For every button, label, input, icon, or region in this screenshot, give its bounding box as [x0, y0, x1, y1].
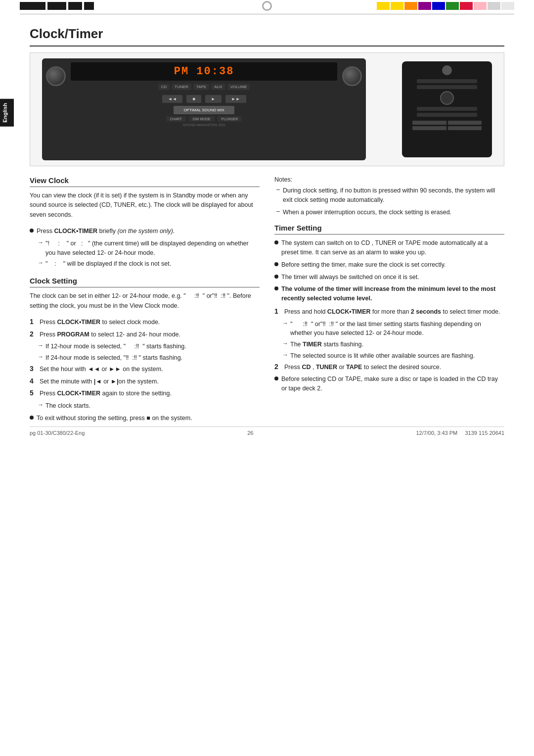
note-2: – When a power interruption occurs, the … [274, 208, 504, 217]
arrow-icon-t3: → [282, 351, 288, 358]
clock-step-3: 3 Set the hour with ◄◄ or ►► on the syst… [30, 365, 260, 374]
dev-btn-stop: ■ [186, 95, 201, 103]
footer-center: 26 [247, 430, 253, 436]
timer-bullet-2: Before setting the timer, make sure the … [274, 260, 504, 270]
tape-bold: TAPE [346, 364, 362, 371]
timer-bullet-3: The timer will always be switched on onc… [274, 273, 504, 282]
timer-setting-title: Timer Setting [274, 224, 504, 235]
dev-bottom-btn1: CHART [166, 116, 186, 122]
dev-btn-ff: ►► [225, 95, 246, 103]
color-swatch-pink [474, 2, 487, 10]
clock-step-4-text: Set the minute with |◄ or ►|on the syste… [40, 377, 260, 386]
clock-step-4: 4 Set the minute with |◄ or ►|on the sys… [30, 377, 260, 386]
timer-step-2: 2 Press CD , TUNER or TAPE to select the… [274, 363, 504, 372]
top-divider [20, 14, 514, 14]
cd-bold: CD [302, 364, 311, 371]
dev-bottom-btn3: PLUNGER [218, 116, 242, 122]
clock-step-5: 5 Press CLOCK•TIMER again to store the s… [30, 389, 260, 398]
color-swatch-red [460, 2, 473, 10]
notes-section: Notes: – During clock setting, if no but… [274, 176, 504, 217]
timer-bullet-3-text: The timer will always be switched on onc… [281, 273, 504, 282]
timer-arrow-1-text: " :‼ " or"‼ :‼ " or the last timer setti… [290, 320, 504, 338]
device-image: PM 10:38 CD TUNER TAPE AUX VOLUME ◄◄ ■ [30, 52, 504, 166]
timer-bold-bullet: The volume of the timer will increase fr… [274, 284, 504, 303]
clock-arrow-24-text: If 24-hour mode is selected, "‼ :‼ " sta… [45, 353, 260, 363]
step-num-4: 4 [30, 377, 37, 385]
timer-step-1: 1 Press and hold CLOCK•TIMER for more th… [274, 307, 504, 317]
rewind-bold: ◄◄ [88, 366, 100, 373]
program-bold: PROGRAM [57, 331, 89, 338]
view-clock-bullet-text: Press CLOCK•TIMER briefly (on the system… [37, 227, 260, 236]
exit-text: To exit without storing the setting, pre… [37, 414, 260, 423]
device-remote [402, 61, 492, 158]
device-simulation: PM 10:38 CD TUNER TAPE AUX VOLUME ◄◄ ■ [42, 58, 492, 160]
timer-last-bullet-text: Before selecting CD or TAPE, make sure a… [281, 375, 504, 393]
view-clock-section: View Clock You can view the clock (if it… [30, 176, 260, 269]
clock-timer-step1-bold: CLOCK•TIMER [57, 319, 100, 326]
timer-step-2-text: Press CD , TUNER or TAPE to select the d… [284, 363, 504, 372]
remote-small-btn-3 [412, 126, 446, 130]
stop-bold: ■ [146, 415, 150, 422]
remote-small-btn-1 [412, 121, 446, 125]
dev-btn-rewind: ◄◄ [162, 95, 183, 103]
view-clock-body: You can view the clock (if it is set) if… [30, 191, 260, 220]
dev-nav-label: SOUND NAVIGATION JOG [46, 123, 362, 127]
timer-arrow-2-text: The TIMER starts flashing. [290, 340, 504, 349]
device-display: PM 10:38 [71, 62, 337, 81]
view-clock-bullet1: Press CLOCK•TIMER briefly (on the system… [30, 227, 260, 236]
device-knob-right [342, 66, 362, 86]
note-dash-2: – [276, 208, 280, 215]
view-clock-arrow1-text: "! : " or : " (the current time) will be… [45, 239, 260, 258]
timer-step-num-2: 2 [274, 363, 281, 371]
clock-arrow-12-text: If 12-hour mode is selected, " :‼ " star… [45, 342, 260, 351]
arrow-icon-5: → [38, 401, 44, 408]
color-swatch-blue [432, 2, 445, 10]
ff-bold: ►► [109, 366, 121, 373]
remote-small-btn-4 [448, 126, 482, 130]
bullet-dot-exit [30, 416, 34, 420]
timer-arrow-3-text: The selected source is lit while other a… [290, 351, 504, 361]
note-1: – During clock setting, if no button is … [274, 186, 504, 205]
dev-label-tuner: TUNER [172, 84, 191, 90]
timer-step-1-text: Press and hold CLOCK•TIMER for more than… [284, 307, 504, 317]
note-2-text: When a power interruption occurs, the cl… [283, 208, 504, 217]
dev-label-cd: CD [158, 84, 170, 90]
left-column: View Clock You can view the clock (if it… [30, 176, 260, 426]
color-swatch-offwhite [501, 2, 514, 10]
dev-btn-play: ► [205, 95, 222, 103]
device-main-unit: PM 10:38 CD TUNER TAPE AUX VOLUME ◄◄ ■ [42, 58, 366, 160]
color-swatch-green [446, 2, 459, 10]
clock-step-3-text: Set the hour with ◄◄ or ►► on the system… [40, 365, 260, 374]
timer-bold-bullet-text: The volume of the timer will increase fr… [281, 284, 504, 303]
remote-power-btn [442, 65, 452, 75]
arrow-icon-t1: → [282, 320, 288, 327]
two-column-layout: View Clock You can view the clock (if it… [30, 176, 504, 426]
color-swatch-lightgray [488, 2, 500, 10]
briefly-label: briefly [97, 228, 117, 235]
press-label: Press [37, 228, 54, 235]
clock-setting-section: Clock Setting The clock can be set in ei… [30, 277, 260, 423]
device-knob-left [46, 66, 66, 86]
arrow-icon-2: → [38, 259, 44, 266]
page-footer: pg 01-30/C380/22-Eng 26 12/7/00, 3:43 PM… [30, 426, 504, 436]
color-swatch-purple [418, 2, 431, 10]
deco-bar-4 [84, 2, 94, 10]
footer-left: pg 01-30/C380/22-Eng [30, 430, 85, 436]
clock-step-5-text: Press CLOCK•TIMER again to store the set… [40, 389, 260, 398]
timer-bullet-dot-3 [274, 275, 278, 279]
step-num-5: 5 [30, 389, 37, 397]
view-clock-arrow2: → " : " will be displayed if the clock i… [38, 259, 260, 269]
remote-btn-4 [417, 113, 477, 117]
deco-bar-1 [20, 2, 45, 10]
timer-bullet-2-text: Before setting the timer, make sure the … [281, 260, 504, 270]
clock-setting-title: Clock Setting [30, 277, 260, 287]
view-clock-intro: You can view the clock (if it is set) if… [30, 191, 260, 220]
timer-bullet-1-text: The system can switch on to CD , TUNER o… [281, 238, 504, 257]
note-dash-1: – [276, 186, 280, 193]
view-clock-arrow2-text: " : " will be displayed if the clock is … [45, 259, 260, 269]
view-clock-arrow1: → "! : " or : " (the current time) will … [38, 239, 260, 258]
step-num-1: 1 [30, 318, 37, 326]
clock-timer-step5-bold: CLOCK•TIMER [57, 390, 100, 397]
arrow-icon-3: → [38, 342, 44, 349]
remote-btn-2 [417, 85, 477, 89]
